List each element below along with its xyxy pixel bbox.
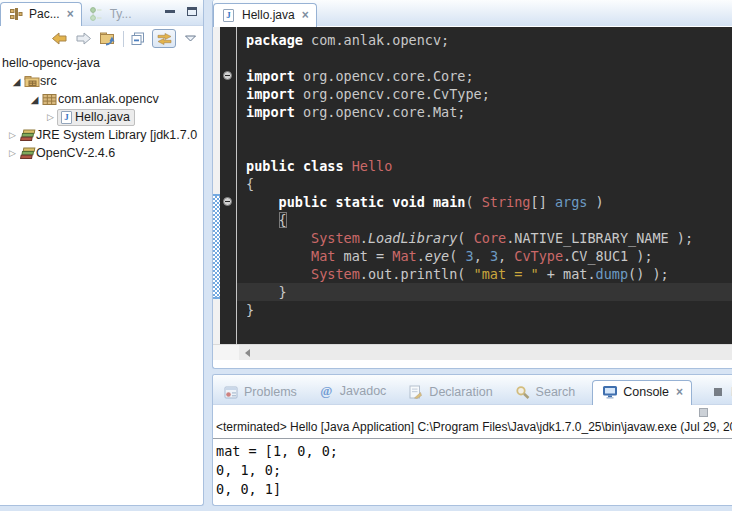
code-line[interactable]: Mat mat = Mat.eye( 3, 3, CvType.CV_8UC1 … — [237, 247, 732, 265]
vertical-ruler[interactable] — [213, 27, 220, 344]
code-line[interactable]: public class Hello — [237, 157, 732, 175]
close-icon[interactable]: × — [302, 8, 309, 22]
java-file-icon: J — [220, 9, 237, 22]
bottom-tab-declaration[interactable]: Declaration — [403, 380, 496, 404]
bottom-tab-problems[interactable]: Problems — [218, 380, 301, 404]
console-line: mat = [1, 0, 0; — [216, 442, 732, 461]
code-token: org.opencv.core.Mat; — [295, 104, 466, 120]
code-token: () ); — [628, 266, 669, 282]
code-line[interactable]: { — [237, 175, 732, 193]
console-line: 0, 1, 0; — [216, 461, 732, 480]
code-line[interactable]: public static void main( String[] args ) — [237, 193, 732, 211]
code-line[interactable]: import org.opencv.core.CvType; — [237, 85, 732, 103]
code-token: com.anlak.opencv; — [303, 32, 449, 48]
code-token: import — [246, 68, 295, 84]
tree-item-com-anlak-opencv[interactable]: ◢com.anlak.opencv — [0, 90, 203, 108]
tree-item-label: com.anlak.opencv — [58, 92, 159, 106]
code-token: Mat — [392, 248, 416, 264]
editor-panel: JHello.java× package com.anlak.opencv;im… — [212, 0, 732, 369]
view-menu-button[interactable] — [183, 35, 196, 42]
tree-expander-icon[interactable]: ▷ — [6, 148, 19, 158]
tab-label: Console — [623, 385, 669, 399]
folding-ruler[interactable] — [220, 27, 236, 344]
code-line[interactable]: System.out.println( "mat = " + mat.dump(… — [237, 265, 732, 283]
code-token: ( — [449, 248, 465, 264]
code-token: "mat = " — [474, 266, 539, 282]
tab-label: Hello.java — [242, 8, 295, 22]
code-token: ) — [587, 194, 603, 210]
vertical-sash[interactable] — [204, 0, 212, 511]
editor-tab-hello-java[interactable]: JHello.java× — [213, 3, 317, 27]
tree-item-label: JRE System Library [jdk1.7.0 — [36, 128, 197, 142]
bottom-tab-console[interactable]: Console× — [592, 380, 692, 405]
editor-body: package com.anlak.opencv;import org.open… — [213, 27, 732, 344]
code-line[interactable] — [237, 49, 732, 67]
scroll-left-arrow-icon[interactable] — [245, 349, 250, 357]
code-line[interactable] — [237, 121, 732, 139]
code-editor[interactable]: package com.anlak.opencv;import org.open… — [237, 27, 732, 344]
code-token: package — [246, 32, 303, 48]
bottom-tab-search[interactable]: Search — [510, 380, 580, 404]
code-token — [246, 248, 311, 264]
code-token: 3 — [490, 248, 498, 264]
tab-label: Declaration — [429, 385, 492, 399]
console-icon — [601, 385, 618, 399]
link-editor-button[interactable] — [152, 29, 176, 48]
selected-tree-item: JHello.java — [57, 109, 135, 126]
code-token: Hello — [352, 158, 393, 174]
tree-item-hello-java[interactable]: ▷JHello.java — [0, 108, 203, 126]
code-line[interactable]: System.LoadLibrary( Core.NATIVE_LIBRARY_… — [237, 229, 732, 247]
tree-item-hello-opencv-java[interactable]: hello-opencv-java — [0, 54, 203, 72]
code-token: CvType — [514, 248, 563, 264]
maximize-panel-button[interactable] — [186, 5, 198, 17]
project-tree: hello-opencv-java◢src◢com.anlak.opencv▷J… — [0, 51, 203, 162]
console-toolbar — [213, 405, 732, 418]
minimize-icon — [165, 10, 175, 13]
view-tab-ty-[interactable]: Ty... — [82, 3, 139, 25]
editor-hscrollbar[interactable] — [213, 344, 732, 360]
code-line[interactable]: package com.anlak.opencv; — [237, 31, 732, 49]
code-line[interactable]: { — [237, 211, 732, 229]
code-token: org.opencv.core.CvType; — [295, 86, 490, 102]
view-tab-pac-[interactable]: Pac...× — [0, 2, 82, 26]
editor-tabstrip: JHello.java× — [213, 0, 732, 27]
bottom-tab-javadoc[interactable]: @Javadoc — [314, 378, 391, 404]
code-line[interactable] — [237, 139, 732, 157]
code-token: + mat. — [539, 266, 596, 282]
tree-item-src[interactable]: ◢src — [0, 72, 203, 90]
close-icon[interactable]: × — [676, 385, 683, 399]
code-token: } — [246, 302, 254, 318]
code-token — [246, 194, 279, 210]
up-folder-button[interactable] — [99, 31, 116, 46]
code-line[interactable]: import org.opencv.core.Mat; — [237, 103, 732, 121]
tree-expander-icon[interactable]: ◢ — [28, 94, 41, 105]
code-token: Core — [474, 230, 507, 246]
tree-item-jre-system-library-jdk1-7-0[interactable]: ▷JRE System Library [jdk1.7.0 — [0, 126, 203, 144]
forward-button[interactable] — [75, 32, 92, 45]
bottom-tabstrip: Problems@JavadocDeclarationSearchConsole… — [213, 375, 732, 405]
minimize-panel-button[interactable] — [164, 5, 176, 17]
tree-expander-icon[interactable]: ▷ — [6, 130, 19, 140]
code-token: . — [360, 230, 368, 246]
search-icon — [514, 385, 531, 399]
current-code-line[interactable]: } — [237, 283, 732, 301]
collapse-all-button[interactable] — [131, 32, 145, 46]
bottom-tab-bug-explorer[interactable]: Bug Explorer — [705, 380, 732, 404]
code-token: , — [498, 248, 514, 264]
tree-expander-icon[interactable]: ▷ — [44, 112, 57, 122]
code-token — [246, 230, 311, 246]
code-token: ( — [457, 230, 473, 246]
hscroll-track[interactable] — [239, 345, 732, 360]
tree-item-label: Hello.java — [75, 110, 130, 124]
code-token: mat = — [335, 248, 392, 264]
fold-marker-icon[interactable] — [223, 71, 232, 80]
fold-marker-icon[interactable] — [223, 197, 232, 206]
code-line[interactable]: import org.opencv.core.Core; — [237, 67, 732, 85]
tree-item-opencv-2-4-6[interactable]: ▷OpenCV-2.4.6 — [0, 144, 203, 162]
back-button[interactable] — [51, 32, 68, 45]
console-toolbar-icon[interactable] — [699, 408, 708, 417]
code-line[interactable]: } — [237, 301, 732, 319]
console-output[interactable]: mat = [1, 0, 0; 0, 1, 0; 0, 0, 1] — [213, 439, 732, 499]
tree-expander-icon[interactable]: ◢ — [10, 76, 23, 87]
close-icon[interactable]: × — [67, 7, 74, 21]
